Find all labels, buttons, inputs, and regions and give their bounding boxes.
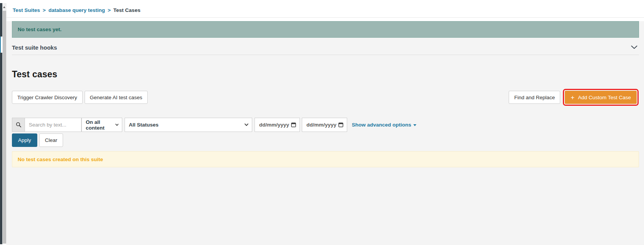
breadcrumb-current-page: Test Cases bbox=[113, 7, 140, 13]
empty-state-text: No test cases created on this suite bbox=[18, 157, 103, 162]
date-from-input[interactable]: dd/mm/yyyy bbox=[255, 118, 300, 132]
breadcrumb-separator: > bbox=[108, 7, 111, 13]
filter-actions: Apply Clear bbox=[12, 133, 639, 147]
app-window: Test Suites > database query testing > T… bbox=[0, 0, 644, 245]
breadcrumb-link-suite-name[interactable]: database query testing bbox=[48, 7, 105, 13]
test-suite-hooks-title: Test suite hooks bbox=[12, 44, 57, 51]
status-value: All Statuses bbox=[129, 122, 158, 128]
show-advanced-options-label: Show advanced options bbox=[352, 122, 411, 128]
add-custom-test-case-button[interactable]: + Add Custom Test Case bbox=[565, 91, 637, 104]
main-panel: No test cases yet. Test suite hooks Test… bbox=[7, 21, 644, 245]
vertical-scrollbar[interactable] bbox=[2, 3, 7, 244]
plus-icon: + bbox=[571, 94, 574, 101]
search-addon bbox=[12, 118, 25, 132]
info-banner-text: No test cases yet. bbox=[18, 27, 62, 32]
calendar-icon[interactable] bbox=[338, 122, 343, 127]
scrollbar-thumb[interactable] bbox=[3, 11, 6, 243]
test-suite-hooks-header[interactable]: Test suite hooks bbox=[12, 41, 639, 55]
breadcrumb-separator: > bbox=[43, 7, 46, 13]
content-scope-select[interactable]: On all content bbox=[82, 118, 122, 132]
scrollbar-up-arrow-icon[interactable] bbox=[3, 6, 5, 8]
generate-ai-test-cases-button[interactable]: Generate AI test cases bbox=[85, 91, 148, 104]
content-area: Test Suites > database query testing > T… bbox=[7, 3, 644, 245]
find-and-replace-button[interactable]: Find and Replace bbox=[509, 91, 560, 104]
date-to-placeholder: dd/mm/yyyy bbox=[306, 122, 336, 128]
trigger-crawler-discovery-button[interactable]: Trigger Crawler Discovery bbox=[12, 91, 83, 104]
search-input[interactable] bbox=[25, 118, 82, 132]
status-select[interactable]: All Statuses bbox=[125, 118, 252, 132]
chevron-down-icon bbox=[245, 123, 248, 126]
calendar-icon[interactable] bbox=[291, 122, 296, 127]
caret-down-icon bbox=[413, 124, 416, 126]
show-advanced-options-link[interactable]: Show advanced options bbox=[352, 122, 416, 128]
chevron-down-icon[interactable] bbox=[631, 45, 637, 49]
empty-state-alert: No test cases created on this suite bbox=[12, 151, 639, 167]
search-icon bbox=[16, 122, 22, 128]
breadcrumb: Test Suites > database query testing > T… bbox=[7, 3, 644, 18]
breadcrumb-link-test-suites[interactable]: Test Suites bbox=[13, 7, 40, 13]
toolbar-right-group: Find and Replace + Add Custom Test Case bbox=[509, 91, 639, 104]
info-banner: No test cases yet. bbox=[12, 21, 639, 38]
chevron-down-icon bbox=[115, 123, 119, 126]
content-scope-value: On all content bbox=[86, 119, 115, 131]
toolbar: Trigger Crawler Discovery Generate AI te… bbox=[12, 91, 639, 104]
toolbar-left-group: Trigger Crawler Discovery Generate AI te… bbox=[12, 91, 148, 104]
date-to-input[interactable]: dd/mm/yyyy bbox=[302, 118, 347, 132]
page-title: Test cases bbox=[12, 69, 639, 80]
date-from-placeholder: dd/mm/yyyy bbox=[259, 122, 289, 128]
clear-button[interactable]: Clear bbox=[39, 133, 63, 147]
filters-bar: On all content All Statuses dd/mm/yyyy bbox=[12, 118, 639, 132]
add-custom-test-case-label: Add Custom Test Case bbox=[578, 95, 631, 100]
apply-button[interactable]: Apply bbox=[12, 133, 37, 147]
